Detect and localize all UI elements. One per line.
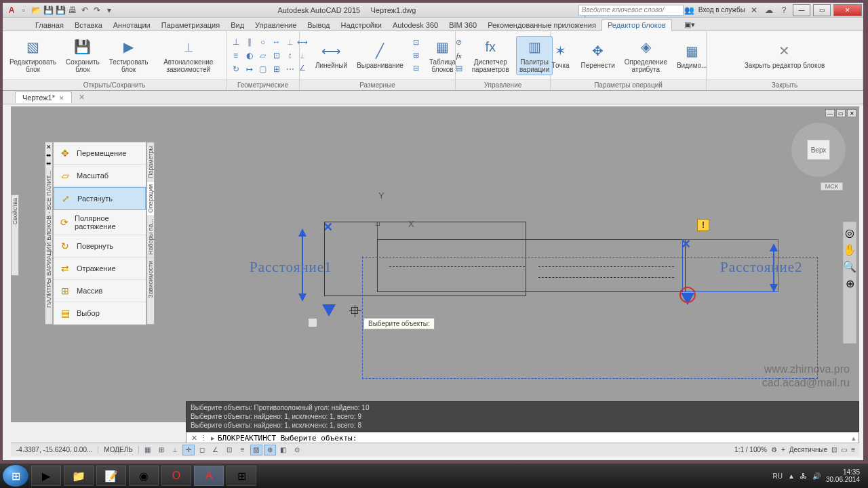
app-logo-icon[interactable]: A — [5, 4, 18, 16]
viewcube[interactable]: Верх — [791, 123, 846, 177]
tab-block-editor[interactable]: Редактор блоков — [601, 19, 672, 31]
move-action-button[interactable]: ✥Перенести — [578, 40, 618, 70]
stretch-grip-1[interactable] — [322, 304, 336, 317]
canvas-min-icon[interactable]: — — [825, 109, 835, 117]
tray-lang[interactable]: RU — [773, 472, 783, 480]
palette-item-scale[interactable]: ▱Масштаб — [54, 165, 146, 187]
units-readout[interactable]: Десятичные — [789, 446, 827, 453]
lwt-toggle[interactable]: ≡ — [237, 445, 249, 455]
palette-tab-sets[interactable]: Наборы па... — [147, 216, 154, 258]
warning-icon[interactable]: ! — [697, 219, 709, 231]
am-toggle[interactable]: ⊙ — [291, 445, 303, 455]
open-icon[interactable]: 📂 — [30, 4, 42, 16]
palette-menu-icon[interactable]: ⬌ — [45, 160, 52, 167]
manage-small[interactable]: ⊘fx▤ — [453, 37, 465, 75]
undo-icon[interactable]: ↶ — [79, 4, 91, 16]
taskbar-chrome[interactable]: ◉ — [129, 466, 159, 486]
nav-wheel-icon[interactable]: ◎ — [845, 226, 854, 239]
taskbar-app[interactable]: ⊞ — [226, 466, 256, 486]
palette-pin-icon[interactable]: ⬌ — [45, 152, 52, 159]
tab-bim360[interactable]: BIM 360 — [443, 20, 482, 30]
close-tab-icon[interactable]: ✕ — [59, 95, 64, 102]
tab-annotate[interactable]: Аннотации — [108, 20, 156, 30]
qp-toggle[interactable]: ⊕ — [264, 445, 276, 455]
attr-def-button[interactable]: ◈Определение атрибута — [622, 37, 670, 75]
new-icon[interactable]: ▫ — [18, 4, 30, 16]
palette-titlebar[interactable]: ✕ ⬌ ⬌ ПАЛИТРЫ ВАРИАЦИЙ БЛОКОВ - ВСЕ ПАЛИ… — [45, 142, 53, 325]
user-icon[interactable]: 👥 — [684, 4, 696, 16]
tray-volume-icon[interactable]: 🔊 — [812, 472, 821, 480]
help-icon[interactable]: ? — [778, 4, 790, 16]
tray-clock[interactable]: 14:35 30.06.2014 — [826, 468, 860, 483]
space-readout[interactable]: МОДЕЛЬ — [98, 446, 138, 453]
test-block-button[interactable]: ▶Тестировать блок — [106, 37, 151, 75]
customize-icon[interactable]: ≡ — [851, 446, 855, 453]
point-param-button[interactable]: ✶Точка — [547, 40, 574, 70]
palette-item-polar-stretch[interactable]: ⟳Полярное растяжение — [54, 210, 146, 235]
palette-item-array[interactable]: ⊞Массив — [54, 280, 146, 302]
ucs-badge[interactable]: МСК — [821, 182, 843, 190]
param-manager-button[interactable]: fxДиспетчер параметров — [469, 37, 512, 75]
dim-small-buttons[interactable]: ⟷⟂∠ — [296, 37, 309, 75]
geometric-constraints-grid[interactable]: ⊥∥○↔⟂ ≡◐▱⊡↕ ↻↦▢⊞⋯ — [229, 35, 296, 75]
polar-toggle[interactable]: ✛ — [182, 445, 195, 455]
tab-addins[interactable]: Надстройки — [336, 20, 387, 30]
exchange-icon[interactable]: ✕ — [748, 4, 760, 16]
tray-network-icon[interactable]: 🖧 — [800, 472, 807, 480]
palette-item-lookup[interactable]: ▤Выбор — [54, 302, 146, 325]
palette-item-flip[interactable]: ⇄Отражение — [54, 258, 146, 280]
grid-toggle[interactable]: ▦ — [142, 445, 154, 455]
save-icon[interactable]: 💾 — [42, 4, 54, 16]
tab-output[interactable]: Вывод — [302, 20, 335, 30]
tab-featured[interactable]: Рекомендованные приложения — [482, 20, 601, 30]
canvas-close-icon[interactable]: ✕ — [847, 109, 856, 117]
base-point-marker[interactable] — [679, 287, 696, 303]
nav-zoom-icon[interactable]: 🔍 — [843, 260, 856, 273]
snap-toggle[interactable]: ⊞ — [155, 445, 167, 455]
palette-tab-constraints[interactable]: Зависимости — [147, 258, 154, 301]
tab-insert[interactable]: Вставка — [69, 20, 108, 30]
anno-scale[interactable]: 1:1 / 100% — [734, 446, 767, 453]
maximize-button[interactable]: ▭ — [813, 4, 831, 16]
transparency-toggle[interactable]: ▨ — [250, 445, 262, 455]
taskbar-explorer[interactable]: 📁 — [64, 466, 94, 486]
ortho-toggle[interactable]: ⟂ — [169, 445, 181, 455]
nav-orbit-icon[interactable]: ⊕ — [846, 277, 854, 290]
align-dim-button[interactable]: ╱Выравнивание — [354, 40, 406, 70]
cmdline-handle-icon[interactable]: ⋮ — [199, 434, 208, 443]
linear-dim-button[interactable]: ⟷Линейный — [313, 40, 350, 70]
workspace-icon[interactable]: ⊡ — [831, 446, 837, 453]
action-badge-icon[interactable] — [308, 318, 317, 327]
properties-strip[interactable]: Свойства — [11, 195, 19, 276]
dim-small-buttons2[interactable]: ⊡⊞⊟ — [410, 37, 422, 75]
search-input[interactable]: Введите ключевое слово/фразу — [578, 5, 684, 16]
gear-icon[interactable]: ⚙ — [771, 446, 777, 453]
drawing-canvas[interactable]: —▭✕ Свойства ✕ ⬌ ⬌ ПАЛИТРЫ ВАРИАЦИЙ БЛОК… — [11, 106, 859, 422]
taskbar-opera[interactable]: O — [161, 466, 191, 486]
save-block-button[interactable]: 💾Сохранить блок — [63, 37, 102, 75]
nav-pan-icon[interactable]: ✋ — [843, 243, 856, 256]
start-button[interactable]: ⊞ — [3, 465, 28, 487]
taskbar-media-player[interactable]: ▶ — [31, 466, 61, 486]
minimize-button[interactable]: — — [793, 4, 810, 16]
cloud-icon[interactable]: ☁ — [763, 4, 775, 16]
signin-link[interactable]: Вход в службы — [698, 6, 745, 14]
tab-view[interactable]: Вид — [225, 20, 250, 30]
ribbon-collapse-icon[interactable]: ▣▾ — [679, 19, 701, 30]
cmdline-recent-icon[interactable]: ▴ — [852, 434, 856, 443]
param-grip-x2[interactable]: ✕ — [681, 237, 691, 251]
taskbar-autocad[interactable]: A — [194, 466, 224, 486]
command-history[interactable]: Выберите объекты: Противоположный угол: … — [186, 401, 859, 432]
tab-a360[interactable]: Autodesk 360 — [387, 20, 443, 30]
cmdline-close-icon[interactable]: ✕ — [189, 434, 199, 443]
print-icon[interactable]: 🖶 — [66, 4, 79, 16]
tray-flag-icon[interactable]: ▲ — [788, 472, 795, 480]
new-tab-button[interactable]: ✕ — [75, 92, 89, 103]
palette-item-stretch[interactable]: ⤢Растянуть — [54, 187, 146, 210]
taskbar-notepad[interactable]: 📝 — [96, 466, 126, 486]
tab-manage[interactable]: Управление — [250, 20, 302, 30]
saveas-icon[interactable]: 💾 — [54, 4, 66, 16]
plus-icon[interactable]: + — [781, 446, 785, 453]
coords-readout[interactable]: -4.3387, -15.6240, 0.00... — [11, 446, 98, 453]
file-tab-1[interactable]: Чертеж1*✕ — [15, 92, 72, 103]
